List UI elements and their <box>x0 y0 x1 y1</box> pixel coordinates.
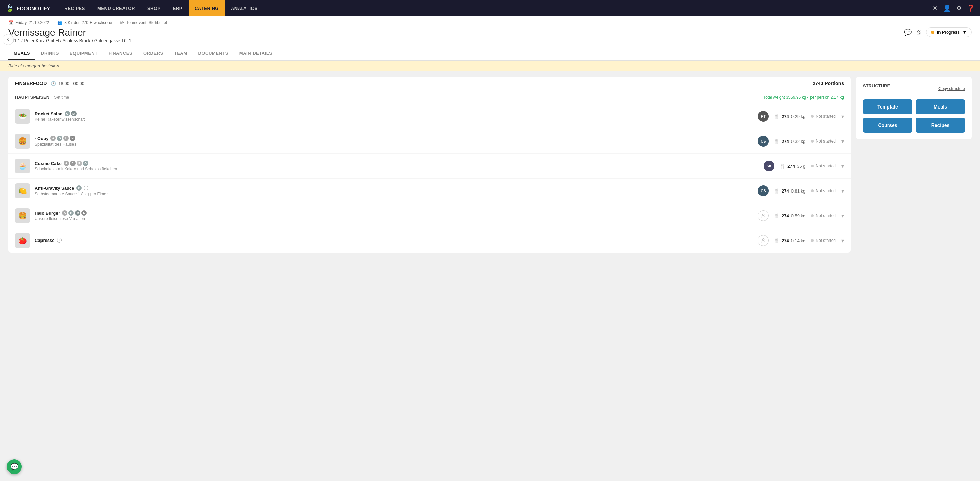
nav-item-erp[interactable]: ERP <box>167 0 189 16</box>
set-time-link[interactable]: Set time <box>54 95 69 100</box>
sun-icon[interactable]: ☀ <box>932 5 938 12</box>
tab-drinks[interactable]: DRINKS <box>35 47 64 60</box>
meal-thumbnail: 🧁 <box>15 159 30 173</box>
portion-info: 🍴2740.81 kg <box>774 189 805 194</box>
meal-thumbnail: 🍅 <box>15 233 30 248</box>
help-icon[interactable]: ❓ <box>967 5 975 12</box>
expand-chevron[interactable]: ▾ <box>841 237 844 244</box>
meal-name: - CopyAGLN <box>35 136 753 141</box>
badge-group: G <box>76 186 82 191</box>
portion-weight: 0.32 kg <box>791 139 806 144</box>
section-title: FINGERFOOD <box>15 81 47 86</box>
meal-name: Capressei <box>35 238 753 243</box>
badge-a: A <box>64 160 69 166</box>
brand[interactable]: 🍃 FOODNOTIFY <box>5 4 50 12</box>
table-row: 🧁Cosmo CakeACFGSchokokeks mit Kakao und … <box>8 154 851 179</box>
print-icon[interactable]: 🖨 <box>916 29 922 36</box>
tab-team[interactable]: TEAM <box>169 47 193 60</box>
nav-item-analytics[interactable]: ANALYTICS <box>225 0 264 16</box>
tab-meals[interactable]: MEALS <box>8 47 35 60</box>
event-type-meta: 🍽 Teamevent, Stehbuffet <box>120 21 167 25</box>
portion-info: 🍴2740.29 kg <box>774 114 805 119</box>
portion-weight: 0.59 kg <box>791 213 806 218</box>
badge-group: GM <box>65 111 76 116</box>
meal-thumbnail: 🍔 <box>15 134 30 149</box>
meal-info: Capressei <box>35 238 753 244</box>
badge-n: N <box>81 210 87 216</box>
expand-chevron[interactable]: ▾ <box>841 213 844 219</box>
meal-desc: Spezialität des Hauses <box>35 142 753 147</box>
brand-name: FOODNOTIFY <box>17 5 50 11</box>
meal-thumbnail: 🍔 <box>15 208 30 223</box>
structure-btn-recipes[interactable]: Recipes <box>916 118 965 133</box>
structure-btn-meals[interactable]: Meals <box>916 99 965 114</box>
fork-icon: 🍴 <box>774 213 780 218</box>
fork-icon: 🍴 <box>774 114 780 119</box>
status-text: Not started <box>816 114 836 119</box>
banner: Bitte bis morgen bestellen <box>0 60 980 71</box>
copy-structure-link[interactable]: Copy structure <box>939 86 965 91</box>
expand-chevron[interactable]: ▾ <box>841 163 844 170</box>
avatar: CS <box>758 136 769 147</box>
user-icon[interactable]: 👤 <box>943 5 951 12</box>
portion-info: 🍴2740.14 kg <box>774 238 805 243</box>
header-top: Vernissage Rainer FR1.1 / Peter Kurz Gmb… <box>8 27 972 46</box>
table-row: 🥗Rocket SaladGMKeine Raketenwissenschaft… <box>8 104 851 129</box>
expand-chevron[interactable]: ▾ <box>841 138 844 144</box>
gear-icon[interactable]: ⚙ <box>956 5 962 12</box>
content-right: STRUCTURE Copy structure TemplateMealsCo… <box>856 76 972 253</box>
portion-weight: 0.29 kg <box>791 114 806 119</box>
meal-desc: Selbstgemachte Sauce 1,8 kg pro Eimer <box>35 192 753 196</box>
portion-count: 274 <box>782 189 789 194</box>
tab-equipment[interactable]: EQUIPMENT <box>64 47 103 60</box>
nav-item-catering[interactable]: CATERING <box>189 0 225 16</box>
status-badge[interactable]: In Progress ▼ <box>926 27 972 37</box>
comment-icon[interactable]: 💬 <box>904 29 912 36</box>
table-row: 🍋Anti-Gravity SauceGiSelbstgemachte Sauc… <box>8 179 851 203</box>
tab-documents[interactable]: DOCUMENTS <box>193 47 234 60</box>
section-title-group: FINGERFOOD 🕐 18:00 - 00:00 <box>15 81 84 86</box>
meal-card: HAUPTSPEISEN Set time Total weight 3569.… <box>8 90 851 253</box>
chevron-down-icon: ▼ <box>962 30 967 35</box>
status-label: In Progress <box>937 30 959 35</box>
right-panel: STRUCTURE Copy structure TemplateMealsCo… <box>856 76 972 140</box>
nav-item-menu-creator[interactable]: MENU CREATOR <box>91 0 141 16</box>
nav-items: RECIPESMENU CREATORSHOPERPCATERINGANALYT… <box>58 0 932 16</box>
badge-m: M <box>71 111 76 116</box>
status-dot <box>931 31 934 34</box>
structure-buttons: TemplateMealsCoursesRecipes <box>863 99 965 133</box>
portion-count: 274 <box>782 213 789 218</box>
meal-name: Anti-Gravity SauceGi <box>35 186 753 191</box>
tab-main-details[interactable]: MAIN DETAILS <box>234 47 278 60</box>
portion-weight: 0.81 kg <box>791 189 806 194</box>
nav-item-recipes[interactable]: RECIPES <box>58 0 91 16</box>
fork-icon: 🍴 <box>774 139 780 144</box>
portion-weight: 0.14 kg <box>791 238 806 243</box>
status-text: Not started <box>816 213 836 218</box>
status-circle <box>811 115 814 118</box>
svg-point-1 <box>762 239 764 240</box>
tab-finances[interactable]: FINANCES <box>103 47 138 60</box>
structure-btn-courses[interactable]: Courses <box>863 118 912 133</box>
nav-item-shop[interactable]: SHOP <box>141 0 167 16</box>
fork-icon: 🍴 <box>774 238 780 243</box>
badge-g: G <box>76 186 82 191</box>
meal-info: Cosmo CakeACFGSchokokeks mit Kakao und S… <box>35 160 759 171</box>
expand-chevron[interactable]: ▾ <box>841 113 844 120</box>
back-button[interactable]: ‹ <box>3 34 14 45</box>
page-title: Vernissage Rainer <box>8 27 135 38</box>
structure-btn-template[interactable]: Template <box>863 99 912 114</box>
portion-weight: 35 g <box>797 164 805 169</box>
total-weight: Total weight 3569.95 kg - per person 2.1… <box>763 95 844 100</box>
status-text: Not started <box>816 164 836 168</box>
status-pill: Not started <box>811 238 836 243</box>
structure-title: STRUCTURE <box>863 83 890 89</box>
expand-chevron[interactable]: ▾ <box>841 188 844 194</box>
status-text: Not started <box>816 238 836 243</box>
tab-orders[interactable]: ORDERS <box>138 47 169 60</box>
section-time: 🕐 18:00 - 00:00 <box>51 81 84 86</box>
portion-count: 274 <box>782 114 789 119</box>
navbar: 🍃 FOODNOTIFY RECIPESMENU CREATORSHOPERPC… <box>0 0 980 16</box>
portion-count: 274 <box>788 164 795 169</box>
avatar: RT <box>758 111 769 122</box>
